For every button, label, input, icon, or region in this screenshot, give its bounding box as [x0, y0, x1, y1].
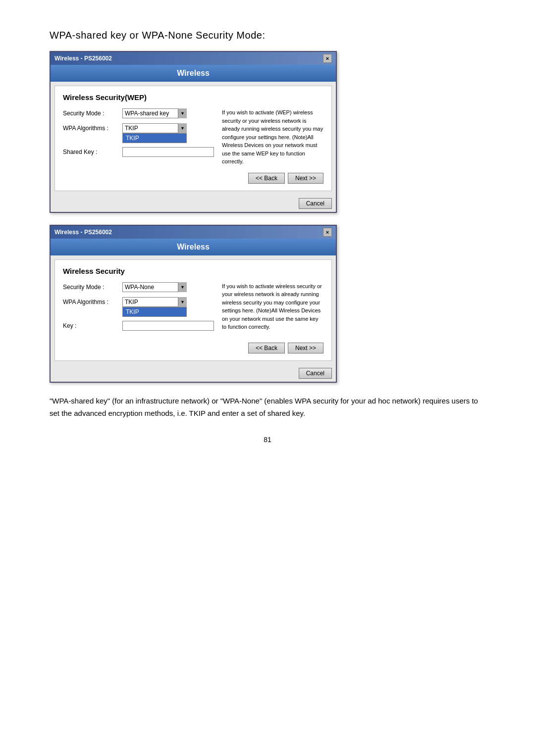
dialog1-security-select[interactable]: WPA-shared key: [122, 108, 187, 118]
dialog2-header-bar: Wireless: [51, 239, 336, 255]
dialog1-close-button[interactable]: ×: [323, 54, 332, 63]
dialog1-cancel-button[interactable]: Cancel: [299, 198, 332, 209]
dialog2-key-input[interactable]: [122, 321, 214, 331]
dialog1-nav-buttons: << Back Next >>: [63, 173, 323, 184]
dialog2-title: Wireless - PS256002: [54, 229, 112, 236]
dialog1-wpa-label: WPA Algorithms :: [63, 125, 122, 132]
dialog1-wpa-row: WPA Algorithms : TKIP ▼ TKIP: [63, 123, 214, 133]
dialog2-security-mode-row: Security Mode : WPA-None ▼: [63, 282, 214, 292]
page-heading: WPA-shared key or WPA-None Security Mode…: [50, 30, 485, 41]
close-icon: ×: [326, 55, 329, 61]
dialog2-key-label: Key :: [63, 322, 122, 329]
dialog2-wpa-select[interactable]: TKIP: [122, 297, 187, 307]
dialog2-back-button[interactable]: << Back: [248, 343, 285, 353]
dialog1-cancel-row: Cancel: [51, 195, 336, 212]
dialog2-titlebar[interactable]: Wireless - PS256002 ×: [51, 226, 336, 239]
dialog1-left-panel: Security Mode : WPA-shared key ▼ WPA Alg…: [63, 108, 214, 166]
dialog2-wpa-select-container[interactable]: TKIP ▼ TKIP: [122, 297, 187, 307]
dialog2-content: Wireless Security Security Mode : WPA-No…: [54, 259, 332, 361]
dialog1-wpa-select-container[interactable]: TKIP ▼ TKIP: [122, 123, 187, 133]
dialog1-security-mode-row: Security Mode : WPA-shared key ▼: [63, 108, 214, 118]
dialog2-section-title: Wireless Security: [63, 267, 323, 275]
dialog1-next-button[interactable]: Next >>: [288, 173, 323, 184]
dialog1-security-select-container[interactable]: WPA-shared key ▼: [122, 108, 187, 118]
dialog2-next-button[interactable]: Next >>: [288, 343, 323, 353]
dialog1-titlebar[interactable]: Wireless - PS256002 ×: [51, 52, 336, 65]
dialog2-close-button[interactable]: ×: [323, 228, 332, 237]
dialog2-wpa-dropdown-item[interactable]: TKIP: [123, 307, 186, 316]
dialog1-section-title: Wireless Security(WEP): [63, 93, 323, 101]
dialog2-right-panel: If you wish to activate wireless securit…: [222, 282, 323, 336]
dialog2-body: Security Mode : WPA-None ▼ WPA Algorithm…: [63, 282, 323, 336]
dialog2-security-select-container[interactable]: WPA-None ▼: [122, 282, 187, 292]
dialog2-key-row: Key :: [63, 321, 214, 331]
close-icon: ×: [326, 229, 329, 235]
dialog1-sharedkey-label: Shared Key :: [63, 149, 122, 155]
dialog1-wpa-select[interactable]: TKIP: [122, 123, 187, 133]
dialog1-content: Wireless Security(WEP) Security Mode : W…: [54, 86, 332, 191]
dialog2-left-panel: Security Mode : WPA-None ▼ WPA Algorithm…: [63, 282, 214, 336]
dialog1-sharedkey-row: Shared Key :: [63, 147, 214, 157]
dialog2-cancel-button[interactable]: Cancel: [299, 368, 332, 379]
dialog2-wpa-label: WPA Algorithms :: [63, 299, 122, 305]
dialog1-body: Security Mode : WPA-shared key ▼ WPA Alg…: [63, 108, 323, 166]
dialog1-wpa-dropdown-item[interactable]: TKIP: [123, 134, 186, 143]
dialog1-wpa-dropdown: TKIP: [122, 133, 187, 143]
dialog2-wpa-row: WPA Algorithms : TKIP ▼ TKIP: [63, 297, 214, 307]
dialog2-security-select[interactable]: WPA-None: [122, 282, 187, 292]
description-text: "WPA-shared key" (for an infrastructure …: [50, 395, 485, 420]
dialog2-header-text: Wireless: [177, 243, 210, 251]
dialog1-back-button[interactable]: << Back: [248, 173, 285, 184]
dialog2-cancel-row: Cancel: [51, 365, 336, 382]
dialog1-title: Wireless - PS256002: [54, 55, 112, 62]
dialog1-security-label: Security Mode :: [63, 110, 122, 117]
dialog1-header-bar: Wireless: [51, 65, 336, 82]
page-number: 81: [50, 436, 485, 444]
dialog2-security-label: Security Mode :: [63, 284, 122, 291]
dialog1-sharedkey-input[interactable]: [122, 147, 214, 157]
dialog1-header-text: Wireless: [177, 69, 210, 77]
dialog-wpa-none: Wireless - PS256002 × Wireless Wireless …: [50, 225, 337, 383]
dialog1-right-panel: If you wish to activate (WEP) wireless s…: [222, 108, 323, 166]
dialog2-nav-buttons: << Back Next >>: [63, 343, 323, 353]
dialog-wpa-shared-key: Wireless - PS256002 × Wireless Wireless …: [50, 51, 337, 213]
dialog2-wpa-dropdown: TKIP: [122, 307, 187, 317]
